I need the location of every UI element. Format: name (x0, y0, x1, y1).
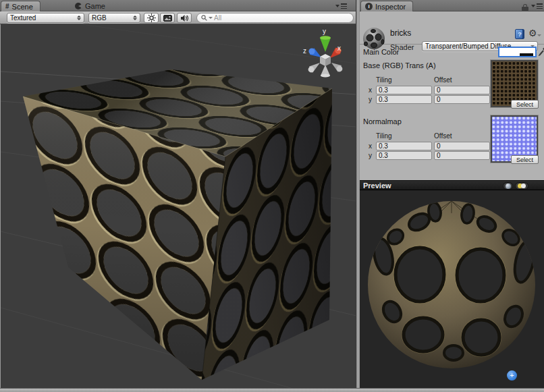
info-icon: i (365, 3, 373, 10)
scene-toolbar: Textured RGB (0, 11, 356, 24)
preview-title: Preview (363, 181, 391, 190)
inspector-tabstrip: i Inspector (360, 0, 544, 11)
lock-icon[interactable] (522, 4, 528, 11)
scene-cube-object[interactable] (23, 69, 332, 380)
scene-overlay-button[interactable] (160, 13, 175, 23)
material-header: bricks Shader Transparent/Bumped Diffuse… (360, 11, 544, 45)
base-offset-x-field[interactable] (434, 86, 490, 94)
alpha-bar (499, 53, 535, 56)
main-color-swatch[interactable] (498, 47, 537, 57)
add-icon[interactable]: + (507, 370, 517, 381)
normalmap-x-label: x (369, 142, 372, 150)
normalmap-tiling-y-field[interactable] (376, 151, 432, 160)
scene-tabstrip: # Scene Game (0, 0, 356, 11)
sphere-preview-icon (506, 184, 511, 189)
tab-scene[interactable]: # Scene (1, 1, 40, 11)
scene-lighting-button[interactable] (144, 13, 159, 23)
material-name: bricks (390, 28, 411, 38)
help-icon[interactable]: ? (515, 29, 524, 39)
tab-inspector-label: Inspector (375, 3, 406, 11)
tab-game-label: Game (85, 2, 105, 10)
unity-editor-window: # Scene Game Textured RGB (0, 0, 544, 392)
scene-gizmo[interactable]: y z x (303, 28, 342, 78)
inspector-panel: i Inspector (360, 0, 544, 388)
search-filter-caret-icon[interactable] (209, 17, 213, 19)
tab-game[interactable]: Game (70, 1, 112, 11)
normalmap-y-label: y (369, 152, 372, 159)
eyedropper-icon[interactable] (538, 45, 544, 57)
sun-icon (147, 13, 156, 22)
render-mode-dropdown[interactable]: Textured (7, 13, 84, 23)
scene-search-field[interactable] (196, 13, 354, 23)
render-mode-value: Textured (10, 14, 74, 22)
normalmap-offset-x-field[interactable] (434, 142, 490, 150)
preview-mesh-button[interactable] (503, 182, 513, 190)
scene-viewport[interactable]: y z x (0, 24, 356, 388)
tab-scene-label: Scene (12, 3, 33, 11)
preview-area[interactable]: + (360, 190, 544, 388)
preview-sphere-render (360, 190, 544, 388)
gear-caret-icon (537, 34, 541, 36)
normalmap-offset-header: Offset (434, 132, 452, 140)
updown-arrows-icon (77, 16, 81, 20)
base-offset-header: Offset (434, 76, 452, 84)
grid-icon: # (5, 3, 9, 10)
light-white-icon (521, 184, 526, 188)
image-icon (163, 15, 172, 22)
channel-mode-dropdown[interactable]: RGB (88, 13, 140, 23)
normalmap-section-label: Normalmap (363, 117, 402, 125)
normalmap-tiling-x-field[interactable] (376, 142, 432, 150)
gear-icon[interactable]: ⚙ (528, 28, 537, 38)
base-x-label: x (369, 86, 372, 94)
gizmo-y-label[interactable]: y (323, 28, 326, 35)
game-icon (74, 2, 82, 10)
search-icon (201, 15, 207, 21)
scene-panel: # Scene Game Textured RGB (0, 0, 356, 388)
base-tiling-x-field[interactable] (376, 86, 432, 94)
tab-inspector[interactable]: i Inspector (360, 1, 413, 11)
window-bottom-edge (0, 388, 544, 392)
channel-mode-value: RGB (92, 14, 130, 22)
base-section-label: Base (RGB) Trans (A) (363, 61, 436, 69)
preview-lighting-button[interactable] (515, 182, 528, 190)
normalmap-tiling-header: Tiling (376, 132, 392, 140)
scene-panel-menu-icon[interactable] (335, 3, 346, 9)
base-y-label: y (369, 96, 372, 103)
gizmo-x-label[interactable]: x (337, 45, 341, 52)
base-tiling-header: Tiling (376, 76, 392, 84)
speaker-icon (180, 14, 189, 22)
search-input[interactable] (214, 14, 335, 22)
base-tiling-y-field[interactable] (376, 95, 432, 104)
normalmap-select-button[interactable]: Select (511, 155, 539, 164)
scene-3d-view: y z x (1, 24, 356, 388)
scene-audio-button[interactable] (177, 13, 192, 23)
normalmap-offset-y-field[interactable] (434, 151, 490, 160)
material-ball-icon (362, 27, 385, 50)
main-color-label: Main Color (363, 48, 399, 56)
preview-header[interactable]: Preview (360, 180, 544, 190)
inspector-panel-menu-icon[interactable] (531, 3, 542, 9)
base-offset-y-field[interactable] (434, 95, 490, 104)
updown-arrows-icon (133, 16, 137, 20)
base-select-button[interactable]: Select (511, 100, 539, 109)
gizmo-z-label[interactable]: z (303, 47, 306, 55)
